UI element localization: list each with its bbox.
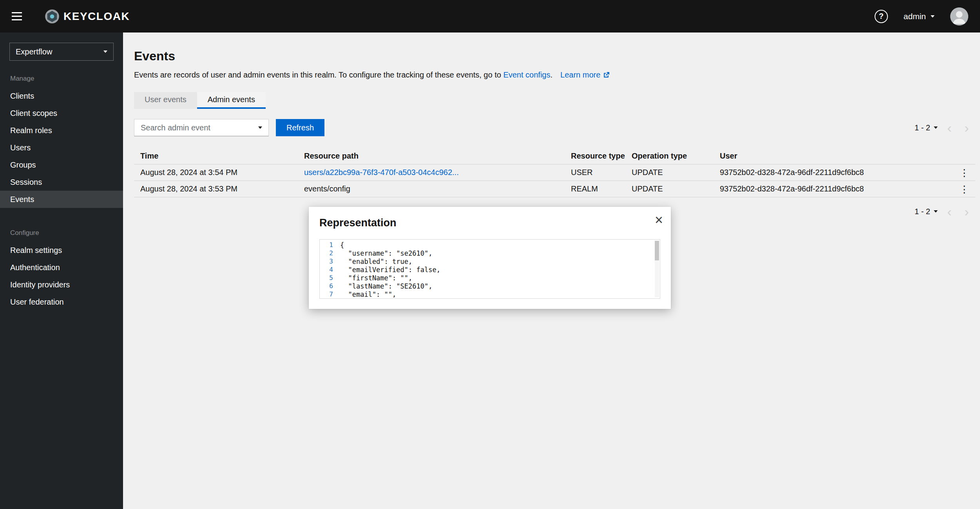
kebab-menu-icon[interactable]: ⋮ [953,164,975,181]
sidebar-item-groups[interactable]: Groups [0,156,123,173]
col-header-resource-path: Resource path [298,152,565,161]
code-line: 7 "email": "", [320,290,660,298]
tab-user-events[interactable]: User events [134,92,197,109]
modal-title: Representation [319,217,660,229]
pagination-range: 1 - 2 [915,123,930,132]
line-number: 5 [320,274,340,282]
close-icon[interactable]: × [655,213,663,227]
pagination-prev-button[interactable]: ‹ [941,119,958,136]
description-period: . [550,70,552,79]
kebab-menu-icon[interactable]: ⋮ [953,181,975,197]
table-row: August 28, 2024 at 3:53 PM events/config… [134,181,975,197]
sidebar-item-authentication[interactable]: Authentication [0,259,123,276]
sidebar-item-clients[interactable]: Clients [0,87,123,105]
col-header-time: Time [134,152,298,161]
person-icon [950,7,968,25]
line-number: 1 [320,241,340,249]
pagination-top: 1 - 2 ‹ › [911,119,975,136]
sidebar-item-user-federation[interactable]: User federation [0,293,123,310]
line-number: 3 [320,258,340,265]
learn-more-label: Learn more [560,70,600,80]
cell-operation-type: UPDATE [625,168,714,177]
table-header-row: Time Resource path Resource type Operati… [134,148,975,164]
cell-resource-path: events/config [298,184,565,193]
code-line: 2 "username": "se2610", [320,249,660,257]
line-number: 6 [320,282,340,290]
chevron-down-icon [103,51,107,53]
cell-time: August 28, 2024 at 3:53 PM [134,184,298,193]
sidebar-item-realm-roles[interactable]: Realm roles [0,122,123,139]
code-line: 4 "emailVerified": false, [320,265,660,274]
resource-path-link[interactable]: users/a22bc99a-76f3-470f-a503-04c4c962..… [304,168,459,177]
avatar [950,7,968,25]
code-line: 3 "enabled": true, [320,257,660,265]
sidebar-item-users[interactable]: Users [0,139,123,156]
brand-text: KEYCLOAK [63,10,130,23]
sidebar-item-identity-providers[interactable]: Identity providers [0,276,123,293]
cell-resource-type: USER [565,168,625,177]
sidebar-item-client-scopes[interactable]: Client scopes [0,105,123,122]
admin-events-table: Time Resource path Resource type Operati… [134,148,975,197]
pagination-range-dropdown[interactable]: 1 - 2 [911,207,941,216]
username-label: admin [904,12,926,21]
cell-time: August 28, 2024 at 3:54 PM [134,168,298,177]
table-row: August 28, 2024 at 3:54 PM users/a22bc99… [134,164,975,181]
scrollbar-thumb[interactable] [655,241,659,260]
user-menu-dropdown[interactable]: admin [904,12,935,21]
realm-name: Expertflow [16,47,52,56]
code-line: 6 "lastName": "SE2610", [320,282,660,290]
cell-user: 93752b02-d328-472a-96df-2211d9cf6bc8 [714,184,953,193]
col-header-operation-type: Operation type [625,152,714,161]
learn-more-link[interactable]: Learn more [560,70,610,80]
nav-toggle-button[interactable] [12,8,29,25]
keycloak-logo-icon [45,9,60,24]
line-number: 2 [320,249,340,257]
page-title: Events [134,49,975,63]
chevron-down-icon [934,126,938,129]
realm-selector[interactable]: Expertflow [9,43,114,61]
pagination-range-dropdown[interactable]: 1 - 2 [911,123,941,132]
tab-admin-events[interactable]: Admin events [197,92,266,109]
toolbar: Search admin event Refresh 1 - 2 ‹ › [134,119,975,136]
nav-section-manage: Manage [10,75,123,83]
col-header-resource-type: Resource type [565,152,625,161]
keycloak-logo: KEYCLOAK [45,9,130,24]
help-icon[interactable]: ? [875,10,888,23]
pagination-next-button[interactable]: › [958,119,975,136]
cell-user: 93752b02-d328-472a-96df-2211d9cf6bc8 [714,168,953,177]
sidebar: Expertflow Manage Clients Client scopes … [0,32,123,509]
representation-modal: Representation × 1{ 2 "username": "se261… [309,207,671,309]
search-admin-event-input[interactable]: Search admin event [134,119,269,136]
code-line: 1{ [320,241,660,249]
masthead: KEYCLOAK ? admin [0,0,980,32]
cell-operation-type: UPDATE [625,184,714,193]
tabs: User events Admin events [134,92,975,109]
code-line: 5 "firstName": "", [320,274,660,282]
nav-section-configure: Configure [10,229,123,237]
description-text: Events are records of user and admin eve… [134,70,503,79]
help-glyph: ? [879,12,884,21]
chevron-down-icon [931,15,935,18]
code-editor[interactable]: 1{ 2 "username": "se2610", 3 "enabled": … [319,239,660,299]
col-header-user: User [714,152,953,161]
line-number: 7 [320,291,340,298]
chevron-down-icon [258,126,262,129]
external-link-icon [603,72,610,78]
pagination-next-button[interactable]: › [958,203,975,220]
pagination-range: 1 - 2 [915,207,930,216]
page-description: Events are records of user and admin eve… [134,70,975,80]
line-number: 4 [320,266,340,273]
sidebar-item-realm-settings[interactable]: Realm settings [0,242,123,259]
masthead-right: ? admin [875,7,968,25]
cell-resource-type: REALM [565,184,625,193]
chevron-down-icon [934,210,938,213]
sidebar-item-events[interactable]: Events [0,191,123,208]
refresh-button[interactable]: Refresh [276,119,324,136]
search-placeholder: Search admin event [141,123,210,132]
editor-scrollbar[interactable] [655,241,659,297]
sidebar-item-sessions[interactable]: Sessions [0,173,123,191]
event-configs-link[interactable]: Event configs [503,70,550,79]
pagination-prev-button[interactable]: ‹ [941,203,958,220]
